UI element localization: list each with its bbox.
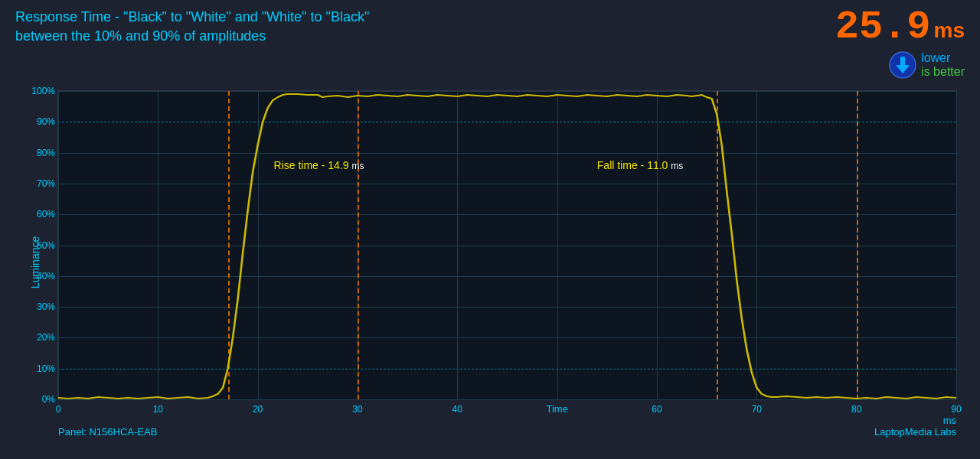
y-tick-0: 0% xyxy=(42,394,55,405)
x-tick-90: 90 xyxy=(951,404,961,415)
panel-label: Panel: N156HCA-EAB xyxy=(58,426,157,438)
x-tick-20: 20 xyxy=(253,404,263,415)
title-line1: Response Time - "Black" to "White" and "… xyxy=(15,8,369,27)
y-tick-70: 70% xyxy=(37,178,55,189)
lower-text: lower xyxy=(921,51,965,65)
y-tick-100: 100% xyxy=(31,86,55,96)
grid-0 xyxy=(58,399,956,400)
grid-v-90 xyxy=(956,91,957,399)
header: Response Time - "Black" to "White" and "… xyxy=(15,8,965,79)
x-axis-unit: ms xyxy=(943,415,956,426)
x-tick-0: 0 xyxy=(56,404,61,415)
y-tick-60: 60% xyxy=(37,209,55,220)
chart-title: Response Time - "Black" to "White" and "… xyxy=(15,8,369,46)
lower-better-text: lower is better xyxy=(921,51,965,79)
x-tick-30: 30 xyxy=(352,404,362,415)
y-tick-30: 30% xyxy=(37,301,55,312)
x-axis-time-label: Time xyxy=(547,403,568,415)
response-time-display: 25.9 ms xyxy=(835,8,965,47)
y-tick-50: 50% xyxy=(37,240,55,251)
title-line2: between the 10% and 90% of amplitudes xyxy=(15,27,369,46)
x-tick-80: 80 xyxy=(851,404,861,415)
x-tick-60: 60 xyxy=(652,404,662,415)
brand-label: LaptopMedia Labs xyxy=(874,426,956,438)
chart-area: Luminance xyxy=(15,83,965,442)
lower-better-badge: lower is better xyxy=(889,51,965,79)
main-container: Response Time - "Black" to "White" and "… xyxy=(0,0,980,459)
x-tick-10: 10 xyxy=(153,404,163,415)
is-better-text: is better xyxy=(921,65,965,79)
y-tick-10: 10% xyxy=(37,363,55,374)
y-tick-40: 40% xyxy=(37,271,55,282)
response-time-unit: ms xyxy=(934,18,965,43)
chart-inner: Rise time - 14.9 ms Fall time - 11.0 ms … xyxy=(57,90,957,400)
arrow-down-icon xyxy=(889,51,916,79)
x-tick-40: 40 xyxy=(452,404,462,415)
response-time-value: 25.9 xyxy=(835,8,931,47)
x-tick-70: 70 xyxy=(752,404,762,415)
chart-svg xyxy=(58,91,956,399)
y-tick-80: 80% xyxy=(37,148,55,158)
y-tick-90: 90% xyxy=(37,116,55,127)
y-tick-20: 20% xyxy=(37,332,55,343)
